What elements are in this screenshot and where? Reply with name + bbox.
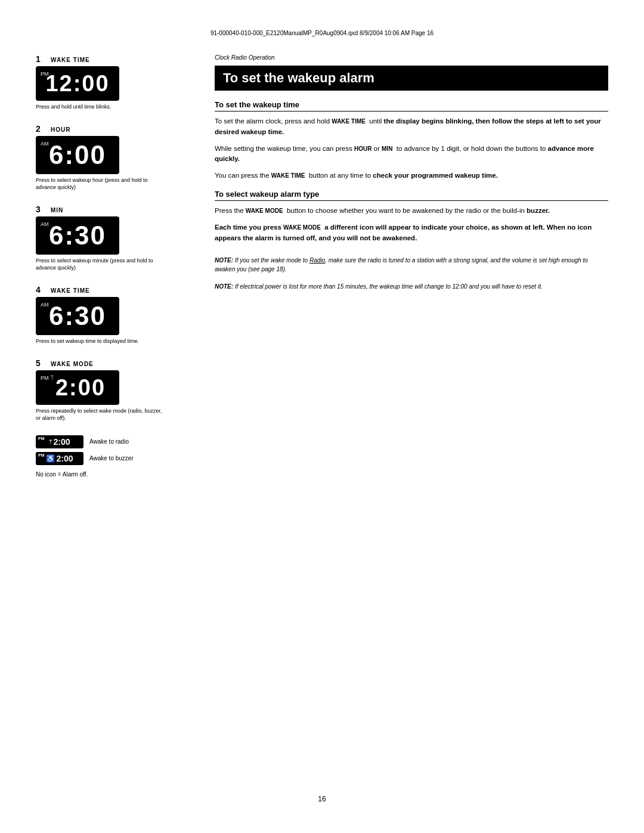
antenna-icon-small: ⍑ <box>49 439 52 445</box>
step-3-time: 6:30 <box>43 220 112 251</box>
note-1: NOTE: If you set the wake mode to Radio,… <box>215 256 608 274</box>
step-1: 1 WAKE TIME PM 12:00 Press and hold unti… <box>36 54 191 111</box>
caps-wake-time-1: WAKE TIME <box>332 118 366 125</box>
para-2-0: Press the WAKE MODE button to choose whe… <box>215 206 608 216</box>
section-title: To set the wakeup alarm <box>215 66 608 91</box>
subsection-2-title: To select wakeup alarm type <box>215 190 608 201</box>
note-2: NOTE: If electrical power is lost for mo… <box>215 282 608 291</box>
step-2-header: 2 HOUR <box>36 124 191 134</box>
wake-radio-display: PM ⍑ 2:00 <box>36 435 83 448</box>
bell-icon: ♿ <box>46 454 55 463</box>
caps-wake-mode-1: WAKE MODE <box>246 208 283 214</box>
step-4-caption: Press to set wakeup time to displayed ti… <box>36 337 167 345</box>
wake-buzzer-pm: PM <box>38 453 45 457</box>
wake-radio-pm: PM <box>38 436 45 441</box>
step-2-caption: Press to select wakeup hour (press and h… <box>36 176 167 191</box>
step-3-header: 3 MIN <box>36 205 191 214</box>
caps-min: MIN <box>382 145 392 152</box>
step-2-label: HOUR <box>51 126 70 133</box>
step-2-number: 2 <box>36 124 45 134</box>
wake-option-buzzer: PM ♿ 2:00 Awake to buzzer <box>36 452 191 465</box>
wake-radio-time: 2:00 <box>53 437 70 447</box>
step-1-display: PM 12:00 <box>36 66 119 101</box>
wake-option-radio: PM ⍑ 2:00 Awake to radio <box>36 435 191 448</box>
step-4-header: 4 WAKE TIME <box>36 285 191 295</box>
page-number: 16 <box>318 795 326 803</box>
step-4: 4 WAKE TIME AM 6:30 Press to set wakeup … <box>36 285 191 345</box>
note-radio-link: Radio <box>309 257 325 264</box>
right-column: Clock Radio Operation To set the wakeup … <box>215 54 608 478</box>
step-1-header: 1 WAKE TIME <box>36 54 191 64</box>
para-2-1: Each time you press WAKE MODE a differen… <box>215 222 608 244</box>
left-column: 1 WAKE TIME PM 12:00 Press and hold unti… <box>36 54 191 478</box>
para-1-1: While setting the wakeup time, you can p… <box>215 144 608 165</box>
caps-wake-time-2: WAKE TIME <box>271 172 305 179</box>
wake-buzzer-time: 2:00 <box>56 454 73 463</box>
step-1-caption: Press and hold until time blinks. <box>36 103 167 111</box>
step-5-caption: Press repeatedly to select wake mode (ra… <box>36 407 167 422</box>
step-4-number: 4 <box>36 285 45 295</box>
step-5-label: WAKE MODE <box>51 361 94 367</box>
step-5: 5 WAKE MODE PM ⍑ 2:00 Press repeatedly t… <box>36 358 191 422</box>
content-area: 1 WAKE TIME PM 12:00 Press and hold unti… <box>36 54 608 478</box>
antenna-icon: ⍑ <box>50 374 54 381</box>
caps-wake-mode-2: WAKE MODE <box>283 224 321 231</box>
step-1-number: 1 <box>36 54 45 64</box>
wake-radio-label: Awake to radio <box>89 438 129 445</box>
clock-radio-label: Clock Radio Operation <box>215 54 608 61</box>
para-1-0: To set the alarm clock, press and hold W… <box>215 116 608 138</box>
step-5-display: PM ⍑ 2:00 <box>36 370 119 405</box>
step-4-time: 6:30 <box>43 301 112 332</box>
step-3-ampm: AM <box>41 221 49 227</box>
step-3-caption: Press to select wakeup minute (press and… <box>36 257 167 272</box>
para-1-2: You can press the WAKE TIME button at an… <box>215 171 608 181</box>
step-1-ampm: PM <box>41 71 49 77</box>
step-2: 2 HOUR AM 6:00 Press to select wakeup ho… <box>36 124 191 191</box>
subsection-1-title: To set the wakeup time <box>215 100 608 112</box>
header-file-info: 91-000040-010-000_E2120ManualMP_R0Aug090… <box>36 30 608 36</box>
step-1-label: WAKE TIME <box>51 57 90 63</box>
step-3-number: 3 <box>36 205 45 214</box>
step-5-header: 5 WAKE MODE <box>36 358 191 368</box>
step-4-ampm: AM <box>41 302 49 308</box>
caps-hour: HOUR <box>354 145 371 152</box>
step-5-number: 5 <box>36 358 45 368</box>
step-1-time: 12:00 <box>43 70 112 97</box>
step-2-time: 6:00 <box>43 140 112 171</box>
step-3: 3 MIN AM 6:30 Press to select wakeup min… <box>36 205 191 272</box>
no-icon-text: No icon = Alarm off. <box>36 471 191 478</box>
wake-buzzer-display: PM ♿ 2:00 <box>36 452 83 465</box>
step-3-display: AM 6:30 <box>36 216 119 255</box>
step-4-label: WAKE TIME <box>51 287 90 294</box>
step-3-label: MIN <box>51 207 63 213</box>
step-2-ampm: AM <box>41 141 49 147</box>
step-4-display: AM 6:30 <box>36 297 119 335</box>
page-container: 91-000040-010-000_E2120ManualMP_R0Aug090… <box>0 0 644 833</box>
step-5-ampm: PM <box>41 375 49 381</box>
wake-buzzer-label: Awake to buzzer <box>89 455 134 462</box>
step-2-display: AM 6:00 <box>36 136 119 174</box>
